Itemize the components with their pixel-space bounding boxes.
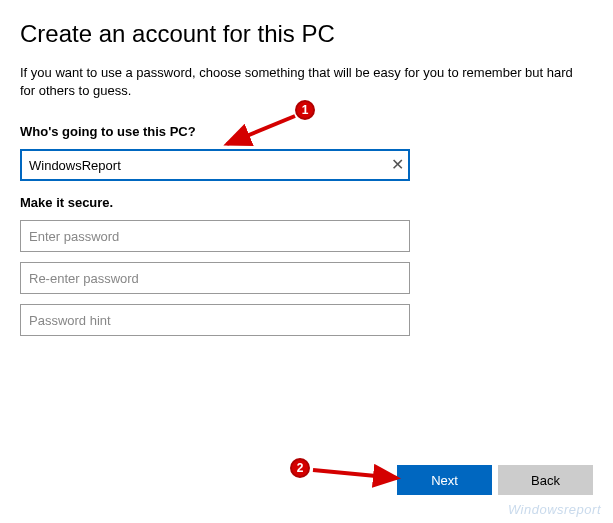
password-field-wrap bbox=[20, 220, 410, 252]
clear-icon[interactable]: ✕ bbox=[391, 157, 404, 173]
svg-line-1 bbox=[313, 470, 397, 478]
username-field-wrap: ✕ bbox=[20, 149, 410, 181]
back-button[interactable]: Back bbox=[498, 465, 593, 495]
annotation-2-bubble: 2 bbox=[290, 458, 310, 478]
password-hint-input[interactable] bbox=[20, 304, 410, 336]
button-row: Next Back bbox=[397, 465, 593, 495]
watermark: Windowsreport bbox=[508, 502, 601, 517]
hint-field-wrap bbox=[20, 304, 410, 336]
reenter-password-input[interactable] bbox=[20, 262, 410, 294]
secure-label: Make it secure. bbox=[20, 195, 593, 210]
username-label: Who's going to use this PC? bbox=[20, 124, 593, 139]
next-button[interactable]: Next bbox=[397, 465, 492, 495]
username-input[interactable] bbox=[20, 149, 410, 181]
page-subtitle: If you want to use a password, choose so… bbox=[20, 64, 580, 100]
page-title: Create an account for this PC bbox=[20, 20, 593, 48]
reenter-field-wrap bbox=[20, 262, 410, 294]
password-input[interactable] bbox=[20, 220, 410, 252]
annotation-1-bubble: 1 bbox=[295, 100, 315, 120]
